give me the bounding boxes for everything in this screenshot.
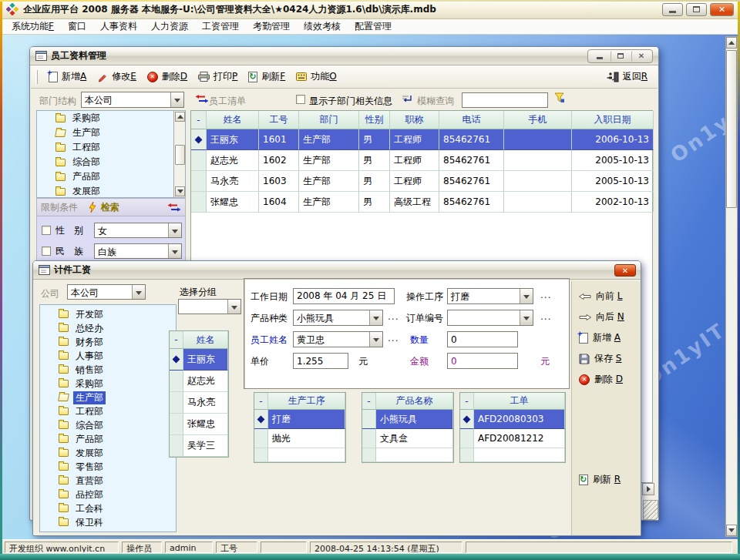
ethnicity-checkbox[interactable] <box>42 246 51 256</box>
scrollbar-thumb[interactable] <box>726 50 737 208</box>
table-row-selected[interactable]: AFD20080303 <box>460 410 565 429</box>
table-row-empty[interactable] <box>254 448 345 462</box>
table-row[interactable]: 张耀忠 <box>170 414 228 435</box>
delete-record-button[interactable]: 删除 D <box>579 373 623 386</box>
table-row-selected[interactable]: 王丽东 1601 生产部 男 工程师 85462761 2006-10-13 <box>191 129 652 150</box>
scroll-right-button[interactable] <box>642 483 654 495</box>
window-resize-grip[interactable] <box>643 500 658 520</box>
delete-button[interactable]: 删除D <box>142 68 193 86</box>
scroll-down-button[interactable] <box>175 186 185 196</box>
menu-item-hr[interactable]: 人力资源 <box>144 18 195 35</box>
table-row-empty[interactable] <box>460 448 565 462</box>
tree-item[interactable]: 综合部 <box>37 155 185 169</box>
save-record-button[interactable]: 保存 S <box>579 352 621 365</box>
scroll-up-button[interactable] <box>175 112 185 122</box>
unit-price-input[interactable] <box>293 353 348 369</box>
filter-funnel-icon[interactable] <box>554 92 565 103</box>
menu-item-salary[interactable]: 工资管理 <box>195 18 246 35</box>
refresh-records-button[interactable]: 刷新 R <box>579 473 621 486</box>
minimize-button[interactable] <box>662 3 683 16</box>
tree-item[interactable]: 品控部 <box>40 488 176 501</box>
tree-item[interactable]: 采购部 <box>40 377 176 391</box>
gender-select[interactable]: 女 <box>94 223 182 238</box>
show-subdept-checkbox[interactable] <box>296 95 305 104</box>
dropdown-arrow-icon[interactable] <box>227 300 240 314</box>
order-no-select[interactable] <box>447 310 533 326</box>
swap-arrows-icon[interactable] <box>167 203 181 212</box>
menu-item-personnel[interactable]: 人事资料 <box>93 18 144 35</box>
print-button[interactable]: 打印P <box>193 68 243 86</box>
fuzzy-query-input[interactable] <box>462 92 548 108</box>
amount-input[interactable] <box>447 353 518 369</box>
maximize-button[interactable] <box>686 3 707 16</box>
gender-checkbox[interactable] <box>42 226 51 235</box>
next-record-button[interactable]: 向后 N <box>579 310 624 324</box>
close-button[interactable]: ✕ <box>710 3 734 16</box>
edit-button[interactable]: 修改E <box>92 68 142 86</box>
tree-item[interactable]: 销售部 <box>40 363 176 377</box>
tree-item[interactable]: 开发部 <box>40 307 176 321</box>
tree-item[interactable]: 工程部 <box>37 140 185 155</box>
table-row[interactable]: 赵志光 <box>170 371 228 392</box>
table-row-selected[interactable]: 王丽东 <box>170 349 228 371</box>
dropdown-arrow-icon[interactable] <box>520 289 533 303</box>
dialog-close-button[interactable]: ✕ <box>614 264 636 277</box>
dropdown-arrow-icon[interactable] <box>369 332 382 347</box>
close-button[interactable]: ✕ <box>631 51 651 62</box>
scroll-up-button[interactable] <box>726 37 737 49</box>
dropdown-arrow-icon[interactable] <box>132 285 145 299</box>
minimize-button[interactable] <box>590 51 609 62</box>
menu-item-window[interactable]: 窗口 <box>61 18 93 35</box>
table-row[interactable]: 吴学三 <box>170 435 228 457</box>
tree-item[interactable]: 保卫科 <box>40 515 176 529</box>
refresh-button[interactable]: 刷新F <box>243 68 291 86</box>
prev-record-button[interactable]: 向前 L <box>579 290 623 303</box>
tree-item[interactable]: 采购部 <box>37 111 185 126</box>
maximize-button[interactable] <box>610 51 630 62</box>
tree-item[interactable]: 产品部 <box>40 432 176 446</box>
quantity-input[interactable] <box>447 331 518 347</box>
tree-item[interactable]: 财务部 <box>40 335 176 349</box>
dept-structure-select[interactable]: 本公司 <box>81 92 184 108</box>
product-type-select[interactable]: 小熊玩具 <box>293 310 383 326</box>
order-more-button[interactable]: ... <box>540 311 551 322</box>
menu-item-config[interactable]: 配置管理 <box>348 18 399 35</box>
table-row[interactable]: 马永亮 <box>170 392 228 414</box>
table-row-selected[interactable]: 小熊玩具 <box>362 410 453 429</box>
process-select[interactable]: 打磨 <box>447 288 533 304</box>
employee-more-button[interactable]: ... <box>388 333 399 344</box>
tree-item[interactable]: 发展部 <box>40 446 176 460</box>
function-button[interactable]: 功能O <box>291 68 341 86</box>
scrollbar-thumb[interactable] <box>175 145 185 165</box>
tree-item[interactable]: 综合部 <box>40 418 176 432</box>
tree-item[interactable]: 零售部 <box>40 460 176 474</box>
menu-item-attendance[interactable]: 考勤管理 <box>246 18 297 35</box>
tree-item-current[interactable]: 生产部 <box>37 126 185 140</box>
tree-item[interactable]: 直营部 <box>40 474 176 488</box>
dropdown-arrow-icon[interactable] <box>168 223 181 237</box>
tree-item[interactable]: 发展部 <box>37 184 185 198</box>
search-button[interactable]: 检索 <box>101 201 119 214</box>
tree-item-selected[interactable]: 生产部 <box>40 391 176 404</box>
employee-name-select[interactable]: 黄卫忠 <box>293 331 383 347</box>
add-button[interactable]: 新增A <box>43 68 92 86</box>
tree-item[interactable]: 人事部 <box>40 349 176 363</box>
tree-item[interactable]: 工程部 <box>40 404 176 418</box>
mdi-vertical-scrollbar[interactable] <box>725 36 738 537</box>
work-date-input[interactable] <box>293 288 395 304</box>
tree-item[interactable]: 总经办 <box>40 321 176 335</box>
table-row[interactable]: 赵志光 1602 生产部 男 工程师 85462761 2005-10-13 <box>191 150 652 171</box>
dropdown-arrow-icon[interactable] <box>520 310 533 325</box>
dropdown-arrow-icon[interactable] <box>168 244 181 258</box>
table-row[interactable]: 文具盒 <box>362 429 453 448</box>
return-button[interactable]: 返回R <box>601 68 653 86</box>
tree-item[interactable]: 产品部 <box>37 169 185 184</box>
scroll-down-button[interactable] <box>726 525 737 536</box>
product-more-button[interactable]: ... <box>388 311 399 322</box>
add-record-button[interactable]: 新增 A <box>579 331 621 344</box>
ethnicity-select[interactable]: 白族 <box>94 243 182 259</box>
group-select[interactable] <box>178 299 241 314</box>
company-select[interactable]: 本公司 <box>67 284 146 300</box>
menu-item-system[interactable]: 系统功能F <box>5 18 61 35</box>
table-row[interactable]: AFD20081212 <box>460 429 565 448</box>
